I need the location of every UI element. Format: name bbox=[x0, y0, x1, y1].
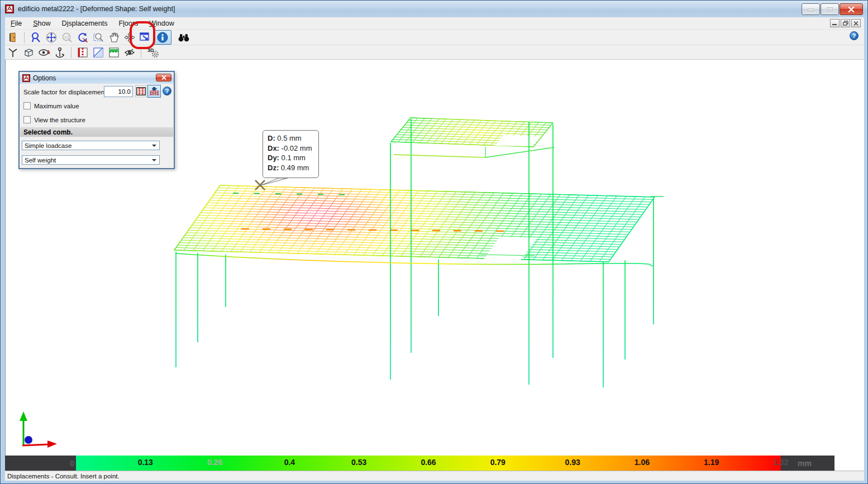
maximum-value-label: Maximum value bbox=[34, 103, 79, 109]
menu-show[interactable]: Show bbox=[27, 18, 56, 28]
deformed-mesh-main bbox=[174, 185, 655, 262]
view-3d-button[interactable]: 3D bbox=[145, 46, 163, 59]
axes-button[interactable] bbox=[6, 46, 20, 59]
upper-beam bbox=[485, 147, 554, 157]
animation-button[interactable] bbox=[135, 85, 147, 97]
columns bbox=[176, 119, 654, 387]
zoom-previous-button[interactable] bbox=[28, 31, 43, 44]
minimize-button[interactable] bbox=[802, 3, 820, 15]
section-x-button[interactable] bbox=[75, 46, 90, 59]
view-rotate-button[interactable] bbox=[37, 46, 51, 59]
zoom-x2-button[interactable]: x2 bbox=[60, 31, 74, 44]
app-window: edificio metal2222 - [Deformed Shape: Se… bbox=[0, 0, 868, 484]
zoom-window-button[interactable] bbox=[91, 31, 106, 44]
hidden-eye-icon bbox=[124, 48, 135, 57]
tooltip-pointer bbox=[261, 178, 288, 185]
animation-icon bbox=[136, 87, 146, 95]
legend-tick-label: 1.06 bbox=[635, 458, 650, 467]
tooltip-row: Dx: -0.02 mm bbox=[268, 143, 314, 154]
mdi-close-button[interactable] bbox=[851, 19, 861, 27]
restore-button[interactable] bbox=[821, 3, 839, 15]
zoom-window-icon bbox=[93, 32, 104, 43]
upper-beam bbox=[394, 155, 485, 157]
menu-floors[interactable]: Floors bbox=[113, 18, 144, 28]
view-cube-button[interactable] bbox=[21, 46, 36, 59]
close-button[interactable] bbox=[840, 3, 863, 15]
legend-tick-label: 1.19 bbox=[704, 458, 719, 467]
dialog-help-icon[interactable]: ? bbox=[163, 87, 171, 95]
legend-zero-label: 0 bbox=[70, 459, 74, 468]
menu-window[interactable]: Window bbox=[144, 18, 179, 28]
tooltip-row: Dy: 0.1 mm bbox=[268, 153, 314, 163]
info-icon bbox=[157, 32, 168, 43]
hide-elements-button[interactable] bbox=[122, 46, 137, 59]
section-y-button[interactable] bbox=[91, 46, 106, 59]
options-dialog-titlebar[interactable]: Options bbox=[20, 72, 174, 84]
view-toolbar: 3D bbox=[5, 45, 864, 60]
tooltip-row: D: 0.5 mm bbox=[268, 133, 314, 143]
view-structure-option[interactable]: View the structure bbox=[23, 116, 85, 123]
maximum-value-option[interactable]: Maximum value bbox=[23, 102, 79, 109]
axis-triad bbox=[20, 411, 57, 448]
model-viewport[interactable]: D: 0.5 mmDx: -0.02 mmDy: 0.1 mmDz: 0.49 … bbox=[5, 60, 864, 456]
exit-button[interactable] bbox=[6, 31, 20, 44]
loadcase-value: Self weight bbox=[25, 157, 56, 164]
redraw-icon bbox=[77, 32, 88, 43]
titlebar: edificio metal2222 - [Deformed Shape: Se… bbox=[1, 1, 867, 17]
chevron-down-icon bbox=[152, 145, 156, 147]
legend-tick-label: 0.79 bbox=[490, 458, 505, 467]
previous-view-button[interactable] bbox=[138, 31, 152, 44]
zoom-extents-icon bbox=[46, 32, 57, 43]
menubar: FileShowDisplacementsFloorsWindow bbox=[5, 17, 864, 30]
app-icon bbox=[5, 4, 14, 13]
menu-displacements[interactable]: Displacements bbox=[56, 18, 113, 28]
section-z-button[interactable] bbox=[107, 46, 121, 59]
main-toolbar: x2 bbox=[5, 30, 864, 45]
legend-tick-label: 0.4 bbox=[284, 458, 295, 467]
menu-file[interactable]: File bbox=[5, 18, 27, 28]
search-button[interactable] bbox=[177, 31, 191, 44]
section-z-icon bbox=[109, 47, 119, 57]
view-structure-checkbox[interactable] bbox=[23, 116, 31, 123]
binoculars-icon bbox=[178, 33, 189, 42]
loadcase-type-combobox[interactable]: Simple loadcase bbox=[22, 141, 160, 150]
move-button[interactable] bbox=[122, 31, 137, 44]
redraw-button[interactable] bbox=[75, 31, 90, 44]
legend-tick-label: 0.66 bbox=[421, 458, 436, 467]
axes-icon bbox=[8, 47, 18, 57]
front-beam bbox=[176, 253, 654, 266]
move-arrows-icon bbox=[124, 32, 135, 43]
pan-button[interactable] bbox=[107, 31, 121, 44]
scale-factor-input[interactable] bbox=[104, 86, 133, 97]
maximum-value-checkbox[interactable] bbox=[23, 102, 31, 109]
status-text: Displacements - Consult. Insert a point. bbox=[7, 473, 120, 480]
statusbar: Displacements - Consult. Insert a point. bbox=[5, 471, 864, 481]
mdi-minimize-button[interactable] bbox=[830, 19, 840, 27]
pan-hand-icon bbox=[109, 32, 119, 42]
section-y-icon bbox=[93, 47, 103, 57]
loadcase-type-value: Simple loadcase bbox=[25, 142, 71, 149]
orbit-icon bbox=[55, 47, 65, 58]
section-x-icon bbox=[78, 47, 88, 57]
exit-door-icon bbox=[8, 32, 18, 42]
legend-tick-label: 0.93 bbox=[565, 458, 580, 467]
loadcase-combobox[interactable]: Self weight bbox=[22, 155, 160, 165]
deformed-shape-icon bbox=[149, 87, 160, 96]
legend-gradient: 0.130.260.40.530.660.790.931.061.191.32 bbox=[76, 456, 781, 471]
displacement-tooltip: D: 0.5 mmDx: -0.02 mmDy: 0.1 mmDz: 0.49 … bbox=[263, 130, 319, 178]
displacement-legend: 0 0.130.260.40.530.660.790.931.061.191.3… bbox=[5, 456, 864, 471]
view-structure-label: View the structure bbox=[34, 117, 85, 123]
deformed-shape-button[interactable] bbox=[147, 85, 161, 98]
zoom-previous-icon bbox=[30, 32, 41, 43]
orbit-button[interactable] bbox=[53, 46, 67, 59]
legend-tick-label: 0.26 bbox=[207, 458, 222, 467]
options-dialog-icon bbox=[22, 74, 30, 82]
legend-unit-segment: mm bbox=[781, 456, 834, 471]
options-close-button[interactable] bbox=[156, 74, 171, 82]
zoom-extents-button[interactable] bbox=[44, 31, 59, 44]
consult-info-button[interactable] bbox=[154, 30, 171, 45]
options-dialog: Options Scale factor for displacements bbox=[18, 71, 175, 169]
help-icon[interactable]: ? bbox=[850, 31, 859, 40]
tooltip-row: Dz: 0.49 mm bbox=[268, 163, 314, 173]
mdi-restore-button[interactable] bbox=[841, 19, 850, 27]
